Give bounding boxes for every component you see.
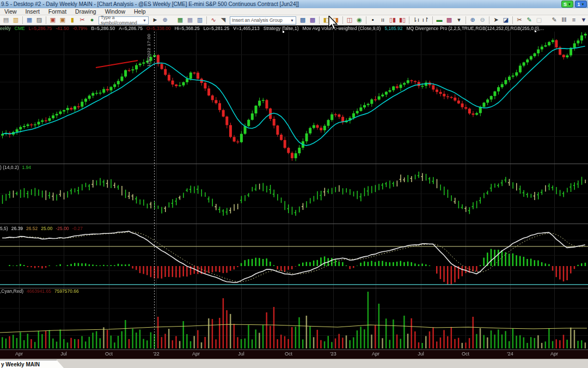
tools-icon[interactable]: ✂	[515, 16, 524, 25]
toolbar-separator	[319, 16, 320, 24]
stochastic-panel-label: 5,5)26.3926.5225.00-25.00-0.27	[0, 226, 86, 231]
menu-item-view[interactable]: View	[0, 8, 21, 15]
candle-up-icon[interactable]: ▯▮	[388, 16, 397, 25]
pointer-chart-icon[interactable]: ◪	[501, 16, 510, 25]
menu-item-help[interactable]: Help	[130, 8, 150, 15]
workspace-tab-bar: y Weekly MAIN	[0, 359, 588, 368]
strategy-tools-icon[interactable]: ✂	[78, 16, 87, 25]
print-icon[interactable]: ▨	[35, 16, 44, 25]
toolbar-separator	[489, 16, 489, 24]
lock-icon[interactable]: ▮	[68, 16, 77, 25]
bar-style-icon[interactable]: ▬	[435, 16, 444, 25]
horizontal-lines-icon[interactable]: ≡	[569, 16, 578, 25]
command-search-icon[interactable]: ⊕	[161, 16, 169, 25]
alerts-icon[interactable]: ◫	[345, 16, 354, 25]
chart-canvas[interactable]	[0, 26, 588, 359]
symbol-combo[interactable]: Type a symbol/command▼	[99, 16, 149, 25]
interval-tf-icon[interactable]: ıı	[378, 16, 387, 25]
tradingapp-button-1[interactable]: 1▼	[575, 1, 587, 8]
toolbar-separator	[206, 16, 207, 24]
style-dropdown-icon[interactable]: ▾	[455, 16, 463, 25]
open-workspace-icon[interactable]: ▥	[11, 16, 20, 25]
status-segment-4: -0.79%	[73, 26, 88, 31]
stochastic-label-seg-3: 25.00	[41, 226, 52, 231]
chart-analysis-icon[interactable]: ▦	[176, 16, 185, 25]
tradingapp-button-s[interactable]: S▼	[561, 1, 573, 8]
tradestation-window: 9.5 - Desktop #2 - Daily Weekly MAIN - […	[0, 0, 588, 368]
insert-analysis-combo[interactable]: Insert an Analysis Group▼	[230, 16, 296, 25]
new-workspace-icon[interactable]: ▤	[2, 16, 10, 25]
mosaic-style-icon[interactable]: ▩	[445, 16, 454, 25]
status-segment-2: L=5,286.75	[29, 26, 52, 31]
workspace-tab[interactable]: y Weekly MAIN	[0, 360, 64, 368]
oscillator-label-seg-0: ) (14,0.2)	[0, 165, 19, 170]
menu-item-insert[interactable]: Insert	[21, 8, 44, 15]
toolbar-separator	[22, 16, 23, 24]
symbol-go-icon[interactable]: ►	[151, 16, 160, 25]
gann-icon[interactable]: ▼	[579, 16, 588, 25]
zoom-in-icon[interactable]: ⊕	[468, 16, 477, 25]
toolbar-separator	[366, 16, 366, 24]
oscillator-panel-label: ) (14,0.2)1.94	[0, 165, 34, 170]
status-segment-12: Mov Avg Volume-weighted (Close,9,0)	[302, 26, 381, 31]
status-segment-6: A=5,286.75	[119, 26, 143, 31]
snapshot-icon[interactable]: ✎	[525, 16, 534, 25]
toolbar: ▤▥▦▨▣▣▮✂●Type a symbol/command▼►⊕▦▦▥∿◥In…	[0, 15, 588, 26]
stochastic-label-seg-4: -25.00	[56, 226, 69, 231]
toolbar-separator	[409, 16, 409, 24]
toolbar-separator	[465, 16, 466, 24]
launch-icon[interactable]: ◥	[219, 16, 228, 25]
chart-dark-icon[interactable]: ▪	[369, 16, 377, 25]
interval-up-icon[interactable]: ı↾	[421, 16, 430, 25]
status-segment-9: Lo=5,281.25	[204, 26, 230, 31]
pointer-icon[interactable]: ➤	[492, 16, 500, 25]
format-study-icon[interactable]: ▩	[308, 16, 317, 25]
menu-item-drawing[interactable]: Drawing	[71, 8, 101, 15]
save-desktop-icon[interactable]: ▦	[25, 16, 34, 25]
status-segment-7: O=5,338.00	[146, 26, 171, 31]
pencil-draw-icon[interactable]: ✎	[550, 16, 559, 25]
oscillator-label-seg-1: 1.94	[22, 165, 32, 170]
volume-label-seg-0: ,Cyan,Red)	[0, 288, 23, 294]
menu-item-format[interactable]: Format	[44, 8, 71, 15]
title-bar[interactable]: 9.5 - Desktop #2 - Daily Weekly MAIN - […	[0, 0, 588, 8]
menu-item-window[interactable]: Window	[101, 8, 130, 15]
volume-panel-label: ,Cyan,Red)4663941.657597570.66	[0, 288, 82, 294]
interval-down-icon[interactable]: ⇂ı	[412, 16, 420, 25]
toolbar-separator	[342, 16, 343, 24]
status-segment-11: Strategy (false,1)	[264, 26, 299, 31]
send-window-icon[interactable]: ▣	[48, 16, 57, 25]
toolbar-separator	[432, 16, 433, 24]
format-analysis-icon[interactable]: ▩	[298, 16, 307, 25]
matrix-icon[interactable]: ▥	[195, 16, 204, 25]
quick-trade-icon[interactable]: ∿	[209, 16, 218, 25]
window-title: 9.5 - Desktop #2 - Daily Weekly MAIN - […	[1, 1, 299, 7]
symbol-status-line: eeklyCMEL=5,286.75-41.50-0.79%B=5,286.50…	[0, 26, 588, 32]
copy-window-icon[interactable]: ▣	[58, 16, 67, 25]
volume-label-seg-2: 7597570.66	[54, 288, 79, 294]
status-segment-10: V=1,465,213	[233, 26, 259, 31]
stochastic-label-seg-1: 26.39	[11, 226, 23, 231]
objects-icon[interactable]: ◉	[355, 16, 364, 25]
colors-palette-icon[interactable]: ●	[88, 16, 96, 25]
stochastic-label-seg-5: -0.27	[72, 226, 83, 231]
disabled-tool-icon[interactable]: ▢	[535, 16, 543, 25]
menu-bar: ViewInsertFormatDrawingWindowHelp	[0, 8, 588, 15]
chart-area: eeklyCMEL=5,286.75-41.50-0.79%B=5,286.50…	[0, 26, 588, 359]
stochastic-label-seg-2: 26.52	[26, 226, 38, 231]
status-segment-8: Hi=5,368.25	[175, 26, 200, 31]
zoom-out-icon[interactable]: ⊖	[478, 16, 487, 25]
status-segment-0: eekly	[0, 26, 11, 31]
workspace-tile-icon[interactable]: ◨	[332, 16, 340, 25]
radarscreen-icon[interactable]: ▦	[186, 16, 194, 25]
status-segment-1: CME	[15, 26, 25, 31]
stochastic-label-seg-0: 5,5)	[0, 226, 8, 231]
toolbar-separator	[512, 16, 513, 24]
toolbar-separator	[46, 16, 46, 24]
data-window-icon[interactable]: ◧	[322, 16, 330, 25]
status-segment-3: -41.50	[56, 26, 69, 31]
status-segment-5: B=5,286.50	[91, 26, 115, 31]
candle-down-icon[interactable]: ▮▯	[398, 16, 407, 25]
vertical-lines-icon[interactable]: ‖‖	[560, 16, 568, 25]
status-segment-13: 5,185.92	[384, 26, 402, 31]
